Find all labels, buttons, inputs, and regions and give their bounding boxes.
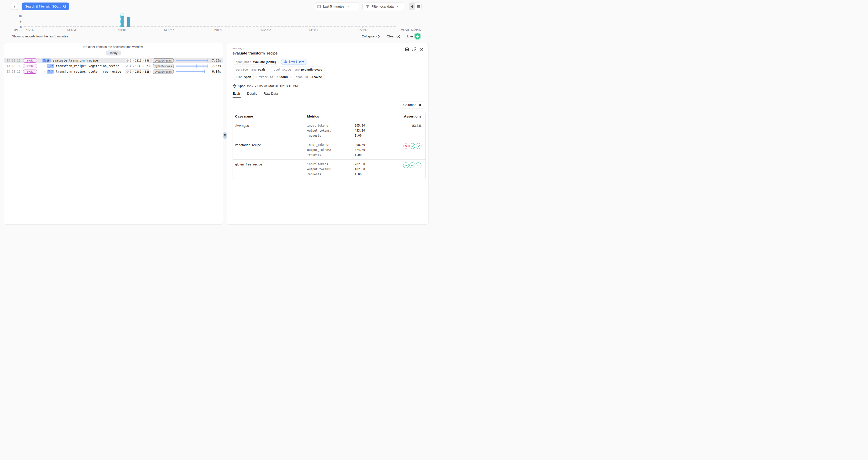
attribute-value: Info — [299, 60, 304, 64]
search-icon — [63, 4, 67, 8]
search-input[interactable]: Search & filter with SQL... — [22, 2, 69, 10]
attribute-row: span_nameevaluate {name}levelInfo — [232, 59, 425, 65]
assertion-pass-icon[interactable] — [416, 162, 422, 168]
dock-panel-icon[interactable] — [405, 47, 409, 52]
metric-value: 1.00 — [354, 153, 362, 157]
chevron-down-icon — [347, 5, 350, 8]
collapse-label: Collapse — [362, 34, 374, 38]
attribute-key: span_name — [236, 60, 251, 64]
summary-at-word: at — [264, 84, 267, 88]
tab-details[interactable]: Details — [247, 92, 257, 98]
attribute-key: level — [288, 60, 298, 64]
attribute-pill-span_id[interactable]: span_id...1ca2ce — [292, 74, 325, 80]
attribute-key: kind — [236, 75, 243, 79]
otel-scope-pill: pydantic-evals — [153, 70, 174, 74]
trace-row-time: 13:18:11 — [6, 70, 21, 73]
span-count-badge[interactable]: 16 — [42, 59, 51, 63]
circled-x-icon — [396, 34, 400, 38]
metric-line: output_tokens:424.00 — [307, 147, 389, 153]
filter-icon — [366, 4, 369, 8]
otel-scope-pill: pydantic-evals — [153, 64, 174, 68]
view-mode-segmented-control — [409, 2, 422, 10]
span-count: 16 — [46, 59, 50, 62]
attribute-key: span_id — [296, 75, 308, 79]
assertion-pass-icon[interactable] — [403, 162, 409, 168]
assertion-pass-icon[interactable] — [409, 162, 415, 168]
span-count-badge[interactable]: 7 — [47, 70, 54, 73]
metric-line: output_tokens:453.00 — [307, 128, 389, 133]
input-tokens-count: 1030 — [135, 65, 141, 68]
columns-label: Columns — [403, 103, 416, 107]
attribute-pill-service_name[interactable]: service_nameevals — [232, 67, 269, 72]
assertion-fail-icon[interactable] — [403, 143, 409, 149]
metric-label: output_tokens: — [307, 167, 354, 171]
case-assertions — [389, 162, 422, 177]
attribute-pill-trace_id[interactable]: trace_id...15ddb8 — [256, 74, 290, 80]
duration-bar-line — [176, 71, 205, 72]
trace-row-time: 13:18:11 — [6, 59, 21, 62]
y-tick-label: 10 — [15, 14, 22, 18]
columns-button[interactable]: Columns — [400, 101, 425, 108]
time-range-button[interactable]: Last 5 minutes — [314, 2, 359, 10]
metric-value: 424.00 — [354, 148, 365, 152]
tree-view-toggle[interactable] — [409, 3, 415, 10]
live-toggle[interactable]: Live — [407, 33, 421, 39]
trace-row[interactable]: 13:18:11evals16evaluate transform_recipe… — [4, 58, 223, 63]
assertion-percentage: 83.3% — [412, 124, 422, 128]
close-icon[interactable] — [420, 47, 424, 52]
copy-link-icon[interactable] — [412, 47, 416, 52]
token-usage-pill: Σ↗1082↙325 — [125, 69, 151, 74]
metric-line: input_tokens:205.00 — [307, 123, 389, 128]
x-tick-label: Mar 31. 13:16:55 — [13, 28, 33, 31]
attribute-pill-kind[interactable]: kindspan — [232, 74, 254, 80]
span-name: evaluate transform_recipe — [53, 59, 98, 62]
flat-list-view-toggle[interactable] — [415, 3, 422, 10]
metric-line: requests:1.00 — [307, 172, 389, 177]
x-tick-label: Mar 31. 13:21:55 — [401, 28, 421, 31]
attribute-pill-otel_scope_name[interactable]: otel_scope_namepydantic-evals — [271, 67, 325, 72]
attribute-key: otel_scope_name — [274, 68, 300, 71]
output-arrow-icon: ↙ — [143, 70, 144, 73]
trace-row-tag-evals[interactable]: evals — [23, 64, 37, 68]
histogram-bar[interactable] — [127, 17, 130, 27]
trace-row-tag-evals[interactable]: evals — [23, 70, 37, 73]
filter-local-data-button[interactable]: Filter local data — [363, 2, 404, 10]
duration-bar-tick — [208, 65, 208, 68]
calendar-icon — [317, 4, 321, 8]
span-count: 7 — [51, 70, 53, 73]
chevron-down-icon — [396, 5, 399, 8]
assertion-pass-icon[interactable] — [409, 143, 415, 149]
panel-resize-handle[interactable] — [223, 132, 227, 139]
metric-value: 208.00 — [354, 143, 365, 146]
assertion-icons — [389, 143, 422, 149]
trace-row[interactable]: 13:18:11evals7transform_recipe: vegetari… — [4, 63, 223, 69]
attribute-pill-level[interactable]: levelInfo — [281, 59, 307, 65]
tab-evals[interactable]: Evals — [232, 92, 241, 98]
token-usage-pill: Σ↗1030↙323 — [125, 64, 151, 68]
metric-label: requests: — [307, 134, 354, 137]
token-usage-pill: Σ↗2112↙648 — [125, 58, 151, 63]
span-count-badge[interactable]: 7 — [47, 64, 54, 68]
input-arrow-icon: ↗ — [132, 59, 134, 62]
metric-label: input_tokens: — [307, 124, 354, 127]
case-metrics: input_tokens:205.00output_tokens:453.00r… — [307, 123, 389, 138]
sum-icon: Σ — [130, 59, 131, 62]
x-tick-label: 13:18:10 — [115, 28, 126, 31]
span-name: transform_recipe: vegetarian_recipe — [56, 64, 119, 68]
time-range-label: Last 5 minutes — [323, 4, 344, 8]
clear-button[interactable]: Clear — [387, 34, 400, 38]
trace-row[interactable]: 13:18:11evals7transform_recipe: gluten_f… — [4, 69, 223, 74]
duration-bar-tick — [176, 70, 176, 73]
assertion-icons — [389, 162, 422, 168]
metric-value: 205.00 — [354, 124, 365, 127]
histogram-selection-region[interactable] — [120, 13, 124, 27]
trace-row-tag-evals[interactable]: evals — [23, 59, 37, 63]
slash-shortcut-key[interactable]: / — [11, 3, 18, 10]
case-name: Averages — [235, 123, 307, 138]
assertion-pass-icon[interactable] — [416, 143, 422, 149]
records-histogram[interactable] — [24, 14, 411, 27]
summary-timestamp: Mar 31 13:18:11 PM — [269, 84, 298, 88]
tab-raw-data[interactable]: Raw Data — [264, 92, 278, 98]
collapse-button[interactable]: Collapse — [362, 34, 380, 38]
attribute-pill-span_name[interactable]: span_nameevaluate {name} — [232, 59, 279, 65]
